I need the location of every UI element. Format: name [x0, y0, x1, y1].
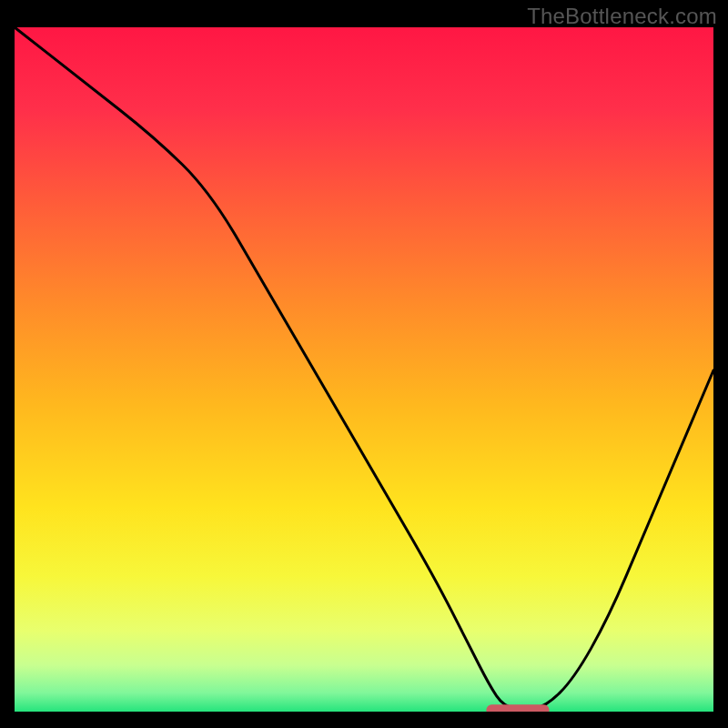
- watermark-text: TheBottleneck.com: [527, 4, 717, 29]
- chart-svg: [15, 27, 713, 713]
- chart-frame: TheBottleneck.com: [0, 0, 728, 728]
- plot-area: [15, 27, 713, 713]
- gradient-rect: [15, 27, 713, 713]
